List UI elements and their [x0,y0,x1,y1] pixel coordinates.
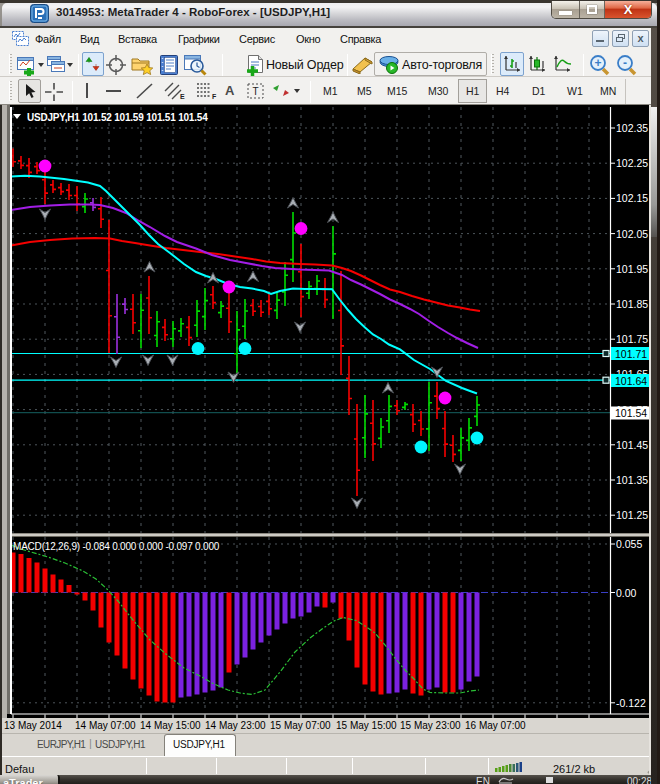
svg-text:16 May 07:00: 16 May 07:00 [465,720,526,731]
svg-text:102.25: 102.25 [616,157,648,169]
svg-text:USDJPY,H1 101.52 101.59 101.5: USDJPY,H1 101.52 101.59 101.51 101.54 [27,112,208,123]
svg-text:102.05: 102.05 [616,228,648,240]
svg-text:101.85: 101.85 [616,298,648,310]
svg-text:101.95: 101.95 [616,263,648,275]
svg-text:13 May 2014: 13 May 2014 [4,720,62,731]
svg-text:15 May 23:00: 15 May 23:00 [400,720,461,731]
svg-text:101.45: 101.45 [616,439,648,451]
svg-text:101.35: 101.35 [616,474,648,486]
svg-text:101.71: 101.71 [615,348,647,360]
svg-text:MACD(12,26,9) -0.084 0.000 0.0: MACD(12,26,9) -0.084 0.000 0.000 -0.097 … [13,541,220,552]
svg-text:15 May 07:00: 15 May 07:00 [270,720,331,731]
svg-text:101.54: 101.54 [615,407,647,419]
svg-text:14 May 23:00: 14 May 23:00 [205,720,266,731]
svg-text:102.15: 102.15 [616,192,648,204]
svg-text:15 May 15:00: 15 May 15:00 [336,720,397,731]
svg-text:101.64: 101.64 [615,375,647,387]
svg-text:101.25: 101.25 [616,509,648,521]
svg-text:102.35: 102.35 [616,122,648,134]
svg-text:14 May 07:00: 14 May 07:00 [75,720,136,731]
svg-text:14 May 15:00: 14 May 15:00 [140,720,201,731]
svg-text:0.00: 0.00 [616,587,637,599]
svg-text:0.055: 0.055 [616,538,642,550]
svg-text:101.75: 101.75 [616,333,648,345]
svg-text:-0.122: -0.122 [616,697,646,709]
